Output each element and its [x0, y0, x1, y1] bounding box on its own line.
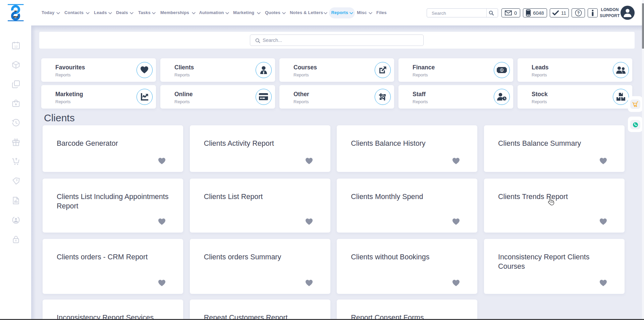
- svg-text:?: ?: [577, 11, 579, 15]
- svg-text:1: 1: [501, 68, 502, 72]
- svg-text:$: $: [16, 178, 18, 182]
- svg-text:12: 12: [14, 45, 17, 48]
